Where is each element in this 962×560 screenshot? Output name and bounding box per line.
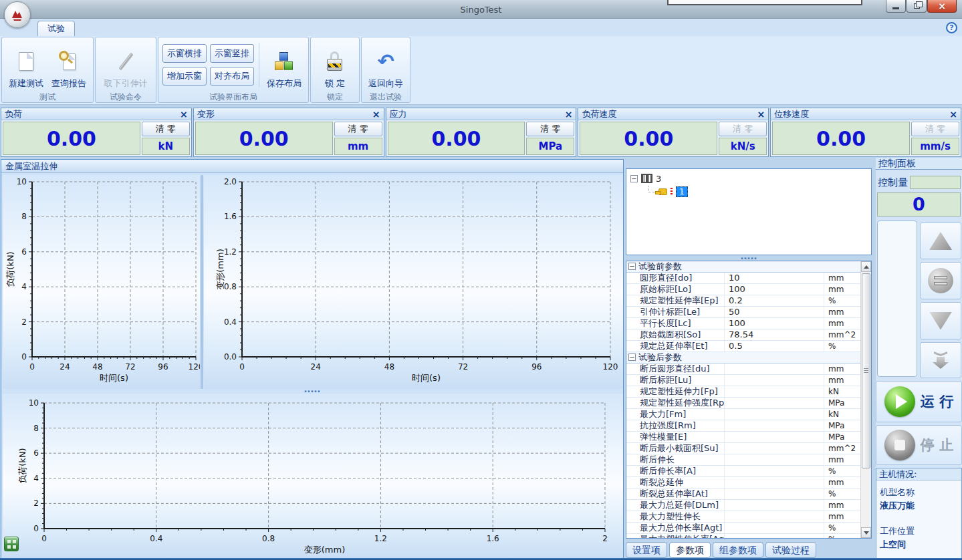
collapse-icon[interactable]: − — [628, 354, 636, 361]
param-row[interactable]: 断裂总延伸率[At]% — [626, 488, 860, 500]
tab-group-parameter-items[interactable]: 组参数项 — [713, 542, 763, 558]
fast-down-button[interactable] — [920, 342, 961, 378]
control-amount-input[interactable] — [910, 176, 961, 189]
app-logo[interactable] — [4, 1, 31, 28]
collapse-icon[interactable]: − — [630, 175, 638, 182]
param-value[interactable] — [725, 364, 824, 374]
clear-button[interactable]: 清 零 — [526, 122, 574, 136]
param-row[interactable]: 弹性模量[E]MPa — [626, 432, 860, 443]
param-group-header[interactable]: −试验前参数 — [626, 261, 860, 273]
param-row[interactable]: 断后标距[Lu]mm — [626, 375, 860, 386]
close-icon[interactable]: × — [372, 110, 380, 119]
param-row[interactable]: 规定塑性延伸力[Fp]kN — [626, 386, 860, 398]
scroll-up-button[interactable] — [861, 261, 871, 272]
param-row[interactable]: 原始标距[Lo]100mm — [626, 284, 860, 295]
clear-button[interactable]: 清 零 — [334, 122, 382, 136]
param-value[interactable] — [725, 375, 824, 386]
panel-splitter[interactable] — [626, 257, 872, 260]
param-value[interactable] — [725, 386, 824, 397]
save-layout-button[interactable]: 保存布局 — [264, 39, 304, 91]
param-row[interactable]: 断后伸长mm — [626, 454, 860, 466]
param-value[interactable] — [725, 409, 824, 420]
tree-root-node[interactable]: − 3 — [630, 172, 867, 184]
run-button[interactable]: 运 行 — [876, 381, 962, 422]
new-test-button[interactable]: 新建测试 — [6, 39, 46, 91]
param-row[interactable]: 规定塑性延伸强度[Rp]MPa — [626, 398, 860, 409]
param-row[interactable]: 最大力塑性伸长mm — [626, 511, 860, 523]
windows-horizontal-button[interactable]: 示窗横排 — [162, 44, 207, 63]
param-value[interactable]: 100 — [725, 284, 824, 295]
move-up-button[interactable] — [920, 223, 961, 259]
param-row[interactable]: 最大力总延伸[DLm]mm — [626, 500, 860, 511]
chart-splitter-horizontal[interactable] — [1, 390, 623, 393]
chart-deformation-time[interactable]: 0244872961200.00.40.81.21.62.0时间(s)变形(mm… — [204, 175, 623, 389]
table-scrollbar[interactable] — [860, 261, 871, 538]
position-slider[interactable] — [877, 221, 917, 377]
query-report-button[interactable]: 查询报告 — [49, 39, 89, 91]
remove-extensometer-button[interactable]: 取下引伸计 — [100, 39, 152, 91]
param-value[interactable]: 100 — [725, 318, 824, 329]
param-row[interactable]: 断后伸长率[A]% — [626, 466, 860, 477]
param-value[interactable] — [725, 443, 824, 454]
param-row[interactable]: 抗拉强度[Rm]MPa — [626, 420, 860, 432]
param-value[interactable] — [725, 432, 824, 442]
param-value[interactable] — [725, 420, 824, 431]
param-row[interactable]: 圆形直径[do]10mm — [626, 273, 860, 284]
close-icon[interactable]: × — [949, 110, 957, 119]
return-wizard-button[interactable]: ↶ 返回向导 — [366, 39, 406, 91]
param-row[interactable]: 最大力[Fm]kN — [626, 409, 860, 420]
stop-button[interactable]: 停 止 — [876, 425, 962, 465]
close-icon[interactable]: × — [757, 110, 765, 119]
tab-parameter-items[interactable]: 参数项 — [669, 542, 711, 558]
close-button[interactable]: × — [927, 0, 957, 13]
param-value[interactable] — [725, 477, 824, 488]
param-value[interactable] — [725, 511, 824, 522]
chart-load-deformation[interactable]: 00.40.81.21.620246810变形(mm)负荷(kN) — [3, 394, 623, 558]
help-icon[interactable]: ? — [946, 22, 957, 33]
param-row[interactable]: 规定塑性延伸率[Ep]0.2% — [626, 295, 860, 307]
param-row[interactable]: 最大力总伸长率[Agt]% — [626, 523, 860, 534]
param-value[interactable]: 78.54 — [725, 329, 824, 340]
close-icon[interactable]: × — [565, 110, 573, 119]
move-down-button[interactable] — [920, 302, 961, 339]
tab-test[interactable]: 试验 — [37, 21, 75, 36]
tab-settings-items[interactable]: 设置项 — [626, 542, 667, 558]
param-row[interactable]: 最大力塑性伸长率[Ag]% — [626, 534, 860, 538]
windows-vertical-button[interactable]: 示窗竖排 — [210, 44, 254, 63]
scrollbar-thumb[interactable] — [862, 273, 870, 468]
hold-button[interactable] — [920, 262, 961, 299]
chart-load-time[interactable]: 0244872961200246810时间(s)负荷(kN) — [3, 175, 200, 389]
param-value[interactable] — [725, 488, 824, 499]
clear-button[interactable]: 清 零 — [142, 122, 190, 136]
param-value[interactable]: 0.5 — [725, 341, 824, 352]
scroll-down-button[interactable] — [861, 527, 871, 538]
param-group-header[interactable]: −试验后参数 — [626, 352, 860, 364]
tree-child-node[interactable]: 1 — [648, 186, 867, 198]
tree-selected-specimen[interactable]: 1 — [676, 186, 688, 197]
param-value[interactable] — [725, 534, 824, 538]
param-row[interactable]: 规定总延伸率[Et]0.5% — [626, 341, 860, 352]
param-row[interactable]: 平行长度[Lc]100mm — [626, 318, 860, 329]
param-row[interactable]: 断后圆形直径[du]mm — [626, 364, 860, 375]
tab-test-process[interactable]: 试验过程 — [765, 542, 816, 558]
clear-button[interactable]: 清 零 — [719, 122, 767, 136]
param-value[interactable] — [725, 500, 824, 511]
chart-splitter-vertical[interactable] — [201, 175, 203, 389]
clear-button[interactable]: 清 零 — [911, 122, 959, 136]
param-row[interactable]: 断后最小截面积[Su]mm^2 — [626, 443, 860, 454]
param-value[interactable]: 0.2 — [725, 295, 824, 306]
param-value[interactable] — [725, 398, 824, 408]
add-window-button[interactable]: 增加示窗 — [162, 67, 207, 86]
collapse-icon[interactable]: − — [628, 263, 636, 270]
param-row[interactable]: 断裂总延伸mm — [626, 477, 860, 488]
close-icon[interactable]: × — [180, 110, 188, 119]
param-row[interactable]: 引伸计标距[Le]50mm — [626, 307, 860, 318]
minimize-button[interactable] — [886, 0, 906, 13]
restore-button[interactable] — [907, 0, 927, 13]
lock-button[interactable]: 锁 定 — [315, 39, 355, 91]
align-layout-button[interactable]: 对齐布局 — [210, 67, 254, 86]
param-value[interactable] — [725, 466, 824, 476]
layout-grid-button[interactable] — [4, 537, 19, 551]
param-value[interactable] — [725, 454, 824, 465]
specimen-tree[interactable]: − 3 1 — [626, 168, 872, 255]
